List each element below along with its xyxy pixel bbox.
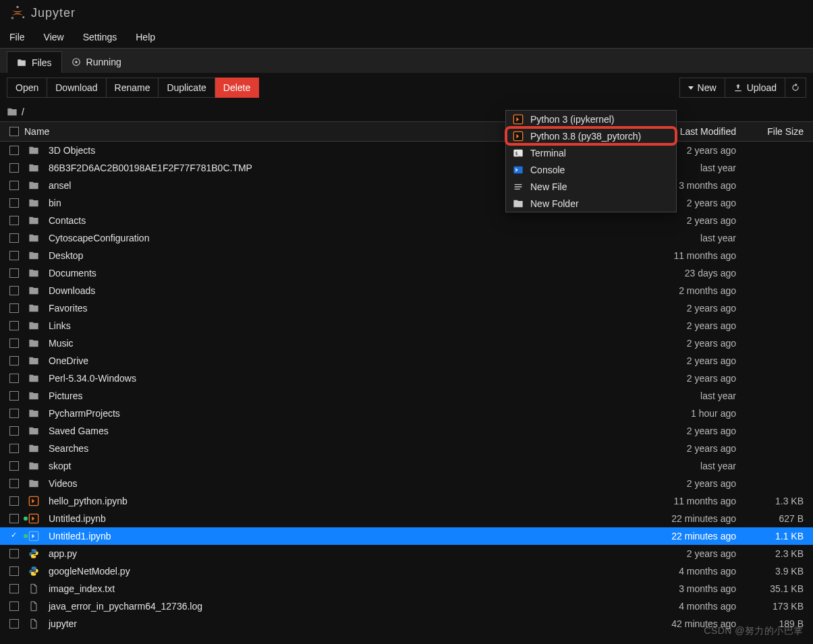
duplicate-button[interactable]: Duplicate xyxy=(159,78,215,98)
column-name[interactable]: Name xyxy=(24,126,49,137)
row-checkbox[interactable] xyxy=(9,566,19,576)
file-row[interactable]: Desktop 11 months ago xyxy=(0,247,813,264)
file-name: bin xyxy=(49,198,61,208)
dropdown-item-label: New Folder xyxy=(530,198,579,209)
tab-running-label: Running xyxy=(86,57,121,67)
file-row[interactable]: Pictures last year xyxy=(0,387,813,405)
row-checkbox[interactable] xyxy=(9,479,19,488)
file-row[interactable]: image_index.txt 3 months ago 35.1 KB xyxy=(0,580,813,597)
select-all-checkbox[interactable] xyxy=(9,127,19,136)
dropdown-item[interactable]: Python 3.8 (py38_pytorch) xyxy=(506,127,676,144)
row-checkbox[interactable] xyxy=(9,444,19,453)
row-checkbox[interactable] xyxy=(9,233,19,243)
row-checkbox[interactable] xyxy=(9,514,19,523)
row-checkbox[interactable] xyxy=(9,163,19,173)
file-modified: 42 minutes ago xyxy=(651,618,739,629)
file-row[interactable]: Videos 2 years ago xyxy=(0,475,813,492)
file-name: ansel xyxy=(49,180,71,191)
file-row[interactable]: 3D Objects 2 years ago xyxy=(0,142,813,159)
dropdown-item[interactable]: Console xyxy=(506,161,676,178)
file-row[interactable]: Music 2 years ago xyxy=(0,334,813,352)
file-size: 35.1 KB xyxy=(739,583,806,594)
notebook-icon xyxy=(28,496,39,506)
svg-point-8 xyxy=(11,17,13,20)
file-row[interactable]: java_error_in_pycharm64_12736.log 4 mont… xyxy=(0,597,813,615)
rename-button[interactable]: Rename xyxy=(107,78,159,98)
file-row[interactable]: Untitled.ipynb 22 minutes ago 627 B xyxy=(0,510,813,527)
upload-button[interactable]: Upload xyxy=(725,78,785,98)
row-checkbox[interactable] xyxy=(9,461,19,471)
row-checkbox[interactable] xyxy=(9,198,19,208)
breadcrumb[interactable]: / xyxy=(0,103,813,121)
file-row[interactable]: Searches 2 years ago xyxy=(0,440,813,457)
row-checkbox[interactable] xyxy=(9,321,19,330)
row-checkbox[interactable] xyxy=(9,146,19,155)
row-checkbox[interactable] xyxy=(9,268,19,278)
dropdown-item[interactable]: Python 3 (ipykernel) xyxy=(506,111,676,127)
row-checkbox[interactable] xyxy=(9,584,19,593)
open-button[interactable]: Open xyxy=(7,78,47,98)
file-modified: 4 months ago xyxy=(651,566,739,577)
row-checkbox[interactable] xyxy=(9,531,19,541)
file-row[interactable]: jupyter 42 minutes ago 189 B xyxy=(0,615,813,633)
folder-icon xyxy=(28,426,39,436)
tab-running[interactable]: Running xyxy=(62,51,131,73)
row-checkbox[interactable] xyxy=(9,356,19,365)
row-checkbox[interactable] xyxy=(9,496,19,506)
row-checkbox[interactable] xyxy=(9,286,19,295)
file-size: 2.3 KB xyxy=(739,548,806,559)
row-checkbox[interactable] xyxy=(9,602,19,611)
menu-settings[interactable]: Settings xyxy=(74,26,127,49)
dropdown-item[interactable]: New File xyxy=(506,178,676,195)
row-checkbox[interactable] xyxy=(9,391,19,401)
new-button[interactable]: New xyxy=(679,78,725,98)
row-checkbox[interactable] xyxy=(9,251,19,260)
file-row[interactable]: OneDrive 2 years ago xyxy=(0,352,813,370)
row-checkbox[interactable] xyxy=(9,619,19,628)
file-modified: 2 years ago xyxy=(651,303,739,314)
delete-button[interactable]: Delete xyxy=(215,78,259,98)
file-row[interactable]: Documents 23 days ago xyxy=(0,264,813,282)
menu-help[interactable]: Help xyxy=(126,26,165,49)
file-row[interactable]: ansel 3 months ago xyxy=(0,177,813,194)
file-row[interactable]: hello_python.ipynb 11 months ago 1.3 KB xyxy=(0,492,813,510)
file-row[interactable]: PycharmProjects 1 hour ago xyxy=(0,405,813,422)
caret-down-icon xyxy=(688,86,694,90)
row-checkbox[interactable] xyxy=(9,549,19,558)
column-size[interactable]: File Size xyxy=(739,126,806,137)
row-checkbox[interactable] xyxy=(9,374,19,383)
dropdown-item[interactable]: New Folder xyxy=(506,195,676,212)
menu-view[interactable]: View xyxy=(34,26,74,49)
row-checkbox[interactable] xyxy=(9,303,19,313)
file-row[interactable]: Saved Games 2 years ago xyxy=(0,422,813,440)
file-row[interactable]: skopt last year xyxy=(0,457,813,475)
file-modified: 22 minutes ago xyxy=(651,531,739,541)
row-checkbox[interactable] xyxy=(9,339,19,348)
upload-icon xyxy=(733,83,743,92)
row-checkbox[interactable] xyxy=(9,409,19,418)
row-checkbox[interactable] xyxy=(9,181,19,190)
file-row[interactable]: googleNetModel.py 4 months ago 3.9 KB xyxy=(0,562,813,580)
file-row[interactable]: Links 2 years ago xyxy=(0,317,813,334)
new-dropdown-menu: Python 3 (ipykernel)Python 3.8 (py38_pyt… xyxy=(505,110,677,212)
file-row[interactable]: Perl-5.34.0-Windows 2 years ago xyxy=(0,370,813,387)
dropdown-item[interactable]: Terminal xyxy=(506,144,676,161)
file-row[interactable]: Favorites 2 years ago xyxy=(0,299,813,317)
file-size: 627 B xyxy=(739,513,806,524)
tab-files[interactable]: Files xyxy=(7,51,62,73)
refresh-button[interactable] xyxy=(785,78,806,98)
download-button[interactable]: Download xyxy=(47,78,106,98)
tabbar: Files Running xyxy=(0,49,813,73)
file-row[interactable]: app.py 2 years ago 2.3 KB xyxy=(0,545,813,562)
file-row[interactable]: Downloads 2 months ago xyxy=(0,282,813,299)
file-name: Perl-5.34.0-Windows xyxy=(49,373,136,384)
row-checkbox[interactable] xyxy=(9,426,19,436)
file-row[interactable]: Contacts 2 years ago xyxy=(0,212,813,229)
row-checkbox[interactable] xyxy=(9,216,19,225)
file-row[interactable]: bin 2 years ago xyxy=(0,194,813,212)
file-row[interactable]: 86B3F2D6AC2B00198AE1F2F77F781B0C.TMP las… xyxy=(0,159,813,177)
menu-file[interactable]: File xyxy=(0,26,34,49)
python-icon xyxy=(28,566,39,577)
file-row[interactable]: CytoscapeConfiguration last year xyxy=(0,229,813,247)
file-row[interactable]: Untitled1.ipynb 22 minutes ago 1.1 KB xyxy=(0,527,813,545)
